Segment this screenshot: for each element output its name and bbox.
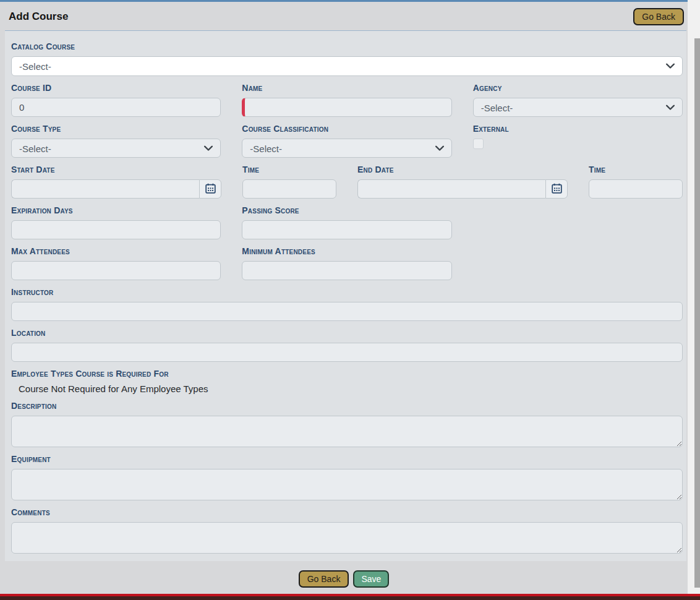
instructor-input[interactable]	[11, 302, 683, 321]
start-date-input-group	[11, 179, 221, 199]
employee-types-label: Employee Types Course is Required For	[11, 369, 683, 379]
name-field-group: Name	[242, 76, 451, 117]
expiration-days-input[interactable]	[11, 220, 221, 239]
course-classification-field-group: Course Classification -Select-	[242, 117, 451, 158]
vertical-scrollbar-thumb[interactable]	[694, 38, 700, 588]
row-dates: Start Date Time End Date	[11, 158, 683, 199]
chevron-down-icon	[666, 105, 675, 110]
start-time-input[interactable]	[242, 179, 336, 199]
go-back-button-bottom[interactable]: Go Back	[299, 570, 349, 588]
end-date-label: End Date	[357, 165, 568, 174]
start-date-input[interactable]	[11, 179, 199, 199]
course-classification-label: Course Classification	[242, 124, 451, 134]
minimum-attendees-field-group: Minimum Attendees	[242, 239, 451, 280]
max-attendees-field-group: Max Attendees	[11, 239, 221, 280]
course-classification-selected-value: -Select-	[250, 144, 282, 154]
course-type-selected-value: -Select-	[19, 144, 51, 154]
start-time-field-group: Time	[242, 158, 336, 199]
catalog-course-selected-value: -Select-	[19, 61, 51, 72]
expiration-days-label: Expiration Days	[11, 205, 221, 215]
chevron-down-icon	[666, 64, 675, 69]
agency-label: Agency	[473, 83, 683, 93]
footer-maroon-bar	[0, 596, 700, 600]
minimum-attendees-input[interactable]	[242, 261, 451, 280]
course-type-label: Course Type	[11, 124, 221, 134]
course-id-field-group: Course ID	[11, 76, 221, 117]
page-title: Add Course	[9, 11, 68, 23]
course-id-label: Course ID	[11, 83, 221, 93]
max-attendees-input[interactable]	[11, 261, 221, 280]
catalog-course-label: Catalog Course	[11, 41, 683, 51]
start-date-field-group: Start Date	[11, 158, 221, 199]
chevron-down-icon	[204, 145, 213, 151]
expiration-days-field-group: Expiration Days	[11, 199, 221, 239]
instructor-label: Instructor	[11, 287, 683, 297]
end-date-field-group: End Date	[357, 158, 568, 199]
location-input[interactable]	[11, 343, 683, 362]
minimum-attendees-label: Minimum Attendees	[242, 246, 451, 256]
course-type-field-group: Course Type -Select-	[11, 117, 221, 158]
end-time-label: Time	[589, 165, 683, 174]
go-back-button-top[interactable]: Go Back	[633, 8, 684, 25]
start-date-calendar-button[interactable]	[199, 179, 221, 199]
course-id-input[interactable]	[11, 98, 221, 117]
add-course-form: Catalog Course -Select- Course ID Name	[5, 30, 686, 561]
equipment-textarea[interactable]	[11, 469, 683, 500]
location-label: Location	[11, 328, 683, 338]
course-type-select[interactable]: -Select-	[11, 139, 221, 158]
agency-select[interactable]: -Select-	[473, 98, 683, 117]
passing-score-label: Passing Score	[242, 205, 451, 215]
end-date-input[interactable]	[357, 179, 545, 199]
row-attendees: Max Attendees Minimum Attendees	[11, 239, 683, 280]
external-label: External	[473, 124, 683, 134]
description-textarea[interactable]	[11, 416, 683, 447]
external-field-group: External	[473, 117, 683, 158]
end-date-input-group	[357, 179, 568, 199]
chevron-down-icon	[435, 145, 444, 151]
equipment-label: Equipment	[11, 454, 683, 464]
passing-score-input[interactable]	[242, 220, 451, 239]
end-time-input[interactable]	[589, 179, 683, 199]
calendar-icon	[205, 183, 216, 195]
employee-types-status-text: Course Not Required for Any Employee Typ…	[19, 384, 683, 394]
passing-score-field-group: Passing Score	[242, 199, 451, 239]
vertical-scrollbar-track[interactable]	[688, 0, 700, 594]
comments-textarea[interactable]	[11, 522, 683, 554]
row-expiration-passing: Expiration Days Passing Score	[11, 199, 683, 239]
comments-label: Comments	[11, 507, 683, 517]
course-classification-select[interactable]: -Select-	[242, 139, 451, 158]
end-date-calendar-button[interactable]	[545, 179, 568, 199]
start-date-label: Start Date	[11, 165, 221, 174]
agency-selected-value: -Select-	[481, 103, 513, 113]
name-input[interactable]	[242, 98, 451, 117]
description-label: Description	[11, 401, 683, 411]
end-time-field-group: Time	[589, 158, 683, 199]
max-attendees-label: Max Attendees	[11, 246, 221, 256]
page-content: Add Course Go Back Catalog Course -Selec…	[0, 2, 688, 594]
save-button[interactable]: Save	[353, 570, 389, 588]
row-id-name-agency: Course ID Name Agency -Select-	[11, 76, 683, 117]
add-course-page: Add Course Go Back Catalog Course -Selec…	[0, 0, 700, 600]
catalog-course-select[interactable]: -Select-	[11, 56, 683, 76]
calendar-icon	[552, 183, 562, 195]
row-type-class-external: Course Type -Select- Course Classificati…	[11, 117, 683, 158]
name-label: Name	[242, 83, 451, 93]
agency-field-group: Agency -Select-	[473, 76, 683, 117]
page-header: Add Course Go Back	[0, 2, 688, 30]
start-time-label: Time	[242, 165, 336, 174]
external-checkbox[interactable]	[473, 139, 484, 149]
footer-actions: Go Back Save	[0, 561, 688, 588]
